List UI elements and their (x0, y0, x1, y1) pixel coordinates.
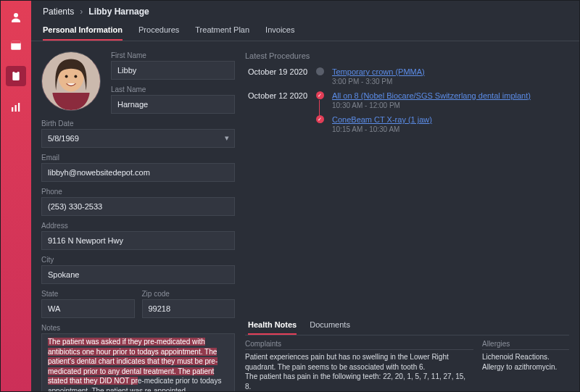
breadcrumb: Patients › Libby Harnage (31, 1, 579, 20)
complaints-header: Complaints (245, 340, 473, 350)
avatar (41, 51, 101, 111)
label-phone: Phone (41, 188, 235, 196)
timeline-dot-icon (316, 67, 324, 75)
label-birth-date: Birth Date (41, 120, 235, 128)
allergies-header: Allergies (482, 340, 569, 350)
first-name-field[interactable] (111, 61, 235, 80)
timeline-date: October 12 2020 (245, 91, 315, 100)
svg-rect-7 (18, 103, 20, 112)
tab-personal-information[interactable]: Personal Information (43, 20, 123, 41)
procedure-link[interactable]: Temporary crown (PMMA) (332, 67, 425, 76)
tab-procedures[interactable]: Procedures (138, 20, 179, 41)
main-area: Patients › Libby Harnage Personal Inform… (31, 1, 579, 391)
latest-procedures-title: Latest Procedures (245, 51, 569, 60)
phone-field[interactable] (41, 197, 235, 216)
nav-rail (1, 1, 31, 391)
label-last-name: Last Name (111, 86, 235, 93)
bottom-tabs: Health Notes Documents (245, 316, 569, 335)
label-notes: Notes (41, 324, 235, 332)
label-address: Address (41, 222, 235, 230)
clipboard-icon[interactable] (6, 66, 26, 86)
label-email: Email (41, 154, 235, 162)
svg-rect-3 (12, 72, 19, 80)
tab-health-notes[interactable]: Health Notes (248, 316, 297, 335)
timeline-check-icon: ✓ (316, 91, 324, 99)
procedure-time: 10:30 AM - 12:00 PM (332, 101, 531, 109)
procedure-link[interactable]: All on 8 (Nobel Biocare/SGS Switzerlang … (332, 91, 531, 100)
timeline: October 19 2020 Temporary crown (PMMA) 3… (245, 67, 569, 139)
svg-rect-5 (12, 107, 13, 112)
label-zip: Zip code (142, 290, 236, 298)
procedure-time: 10:15 AM - 10:30 AM (332, 125, 432, 133)
state-field[interactable] (41, 299, 135, 318)
tab-treatment-plan[interactable]: Treatment Plan (195, 20, 249, 41)
svg-point-0 (14, 13, 18, 17)
complaints-text: Patient experiences pain but has no swel… (245, 352, 473, 391)
zip-field[interactable] (142, 299, 236, 318)
city-field[interactable] (41, 265, 235, 284)
avatar-image (42, 52, 100, 110)
last-name-field[interactable] (111, 95, 235, 114)
svg-rect-6 (15, 105, 17, 112)
svg-point-11 (65, 75, 68, 78)
main-tabs: Personal Information Procedures Treatmen… (31, 20, 579, 41)
label-first-name: First Name (111, 51, 235, 59)
tab-invoices[interactable]: Invoices (265, 20, 294, 41)
right-column: Latest Procedures October 19 2020 Tempor… (245, 41, 579, 391)
birth-date-field[interactable] (41, 129, 235, 148)
allergies-text: Lichenoid Reactions. Allergy to azithrom… (482, 352, 569, 372)
notes-field[interactable]: The patient was asked if they pre-medica… (41, 333, 235, 391)
left-column: First Name Last Name Birth Date (31, 41, 245, 391)
label-state: State (41, 290, 135, 298)
procedure-link[interactable]: ConeBeam CT X-ray (1 jaw) (332, 115, 432, 124)
timeline-row: ✓ ConeBeam CT X-ray (1 jaw) 10:15 AM - 1… (245, 115, 569, 133)
calendar-icon[interactable] (9, 38, 22, 51)
svg-rect-2 (11, 41, 21, 43)
chart-icon[interactable] (9, 101, 22, 114)
address-field[interactable] (41, 231, 235, 250)
bottom-panel: Health Notes Documents Complaints Patien… (245, 316, 569, 391)
chevron-right-icon: › (80, 7, 83, 17)
timeline-row: October 19 2020 Temporary crown (PMMA) 3… (245, 67, 569, 86)
content: First Name Last Name Birth Date (31, 41, 579, 391)
person-icon[interactable] (9, 11, 22, 24)
svg-point-12 (74, 75, 77, 78)
breadcrumb-root[interactable]: Patients (43, 7, 74, 17)
email-field[interactable] (41, 163, 235, 182)
procedure-time: 3:00 PM - 3:30 PM (332, 78, 425, 86)
timeline-check-icon: ✓ (316, 115, 324, 123)
app-root: Patients › Libby Harnage Personal Inform… (0, 0, 580, 392)
timeline-row: October 12 2020 ✓ All on 8 (Nobel Biocar… (245, 91, 569, 109)
timeline-date: October 19 2020 (245, 67, 315, 76)
svg-rect-4 (14, 71, 17, 73)
label-city: City (41, 256, 235, 264)
breadcrumb-current: Libby Harnage (88, 7, 149, 17)
tab-documents[interactable]: Documents (310, 316, 350, 335)
